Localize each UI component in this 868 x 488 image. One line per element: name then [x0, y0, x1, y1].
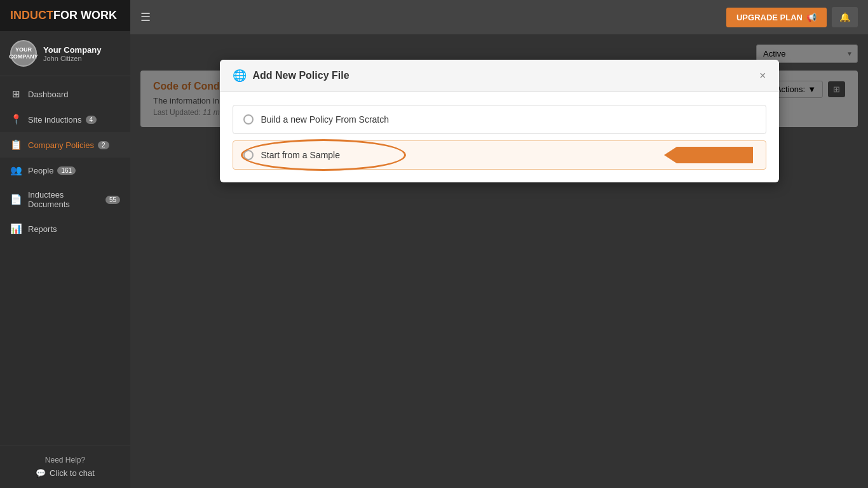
- company-name: Your Company: [43, 45, 102, 55]
- sidebar-item-label: Reports: [28, 224, 57, 234]
- modal-body: Build a new Policy From Scratch Start fr…: [220, 92, 779, 182]
- upgrade-label: UPGRADE PLAN: [736, 13, 803, 22]
- sidebar-item-site-inductions[interactable]: 📍 Site inductions 4: [0, 107, 130, 132]
- option-sample-label: Start from a Sample: [261, 150, 341, 160]
- upgrade-plan-button[interactable]: UPGRADE PLAN 📢: [726, 8, 827, 27]
- sidebar-item-inductees-documents[interactable]: 📄 Inductees Documents 55: [0, 183, 130, 216]
- option-scratch-radio[interactable]: [243, 114, 254, 125]
- sidebar-item-reports[interactable]: 📊 Reports: [0, 216, 130, 241]
- modal-add-policy: 🌐 Add New Policy File × Build a new Poli…: [220, 60, 779, 182]
- modal-header: 🌐 Add New Policy File ×: [220, 60, 779, 92]
- chat-button[interactable]: 💬 Click to chat: [10, 468, 120, 478]
- sidebar-item-label: Dashboard: [28, 90, 69, 99]
- user-profile[interactable]: YOURCOMPANY Your Company John Citizen: [0, 31, 130, 76]
- option-sample-radio[interactable]: [243, 150, 254, 160]
- modal-title: Add New Policy File: [253, 70, 349, 81]
- hamburger-icon[interactable]: ☰: [140, 10, 151, 24]
- sidebar-item-dashboard[interactable]: ⊞ Dashboard: [0, 81, 130, 107]
- sidebar-footer: Need Help? 💬 Click to chat: [0, 445, 130, 488]
- site-inductions-badge: 4: [86, 116, 97, 124]
- sidebar-item-company-policies[interactable]: 📋 Company Policies 2: [0, 132, 130, 158]
- bell-icon: 🔔: [839, 12, 850, 22]
- chat-icon: 💬: [36, 468, 46, 478]
- sidebar-item-label: Company Policies: [28, 140, 94, 150]
- option-build-scratch[interactable]: Build a new Policy From Scratch: [233, 105, 766, 134]
- inductees-docs-badge: 55: [105, 196, 120, 204]
- need-help-text: Need Help?: [10, 456, 120, 464]
- modal-title-icon: 🌐: [233, 69, 247, 83]
- notifications-button[interactable]: 🔔: [832, 7, 858, 27]
- company-policies-badge: 2: [98, 141, 109, 149]
- modal-close-button[interactable]: ×: [759, 70, 766, 81]
- logo-part1: INDUCT: [10, 9, 53, 22]
- user-name: John Citizen: [43, 55, 102, 62]
- people-badge: 161: [57, 166, 76, 175]
- option-scratch-label: Build a new Policy From Scratch: [261, 114, 390, 125]
- logo: INDUCTFOR WORK: [0, 0, 130, 31]
- inductees-docs-icon: 📄: [10, 194, 22, 205]
- reports-icon: 📊: [10, 223, 22, 234]
- sidebar-item-people[interactable]: 👥 People 161: [0, 158, 130, 183]
- sidebar-nav: ⊞ Dashboard 📍 Site inductions 4 📋 Compan…: [0, 76, 130, 445]
- topbar: ☰ UPGRADE PLAN 📢 🔔: [130, 0, 868, 34]
- upgrade-icon: 📢: [806, 13, 817, 22]
- arrow-body: [677, 147, 753, 163]
- site-inductions-icon: 📍: [10, 114, 22, 125]
- page-area: Active Inactive All Code of Conduct The …: [130, 34, 868, 488]
- modal-overlay: 🌐 Add New Policy File × Build a new Poli…: [130, 34, 868, 488]
- sidebar-item-label: Inductees Documents: [28, 190, 102, 209]
- sidebar: INDUCTFOR WORK YOURCOMPANY Your Company …: [0, 0, 130, 488]
- option-start-sample[interactable]: Start from a Sample: [233, 140, 766, 170]
- arrow-annotation: [677, 147, 753, 163]
- main-content: ☰ UPGRADE PLAN 📢 🔔 Active Inactive All: [130, 0, 868, 488]
- chat-label: Click to chat: [50, 468, 95, 478]
- logo-part2: FOR WORK: [53, 9, 117, 22]
- people-icon: 👥: [10, 165, 22, 176]
- sidebar-item-label: Site inductions: [28, 115, 82, 125]
- avatar: YOURCOMPANY: [10, 40, 37, 67]
- dashboard-icon: ⊞: [10, 88, 22, 100]
- company-policies-icon: 📋: [10, 139, 22, 151]
- sidebar-item-label: People: [28, 166, 53, 175]
